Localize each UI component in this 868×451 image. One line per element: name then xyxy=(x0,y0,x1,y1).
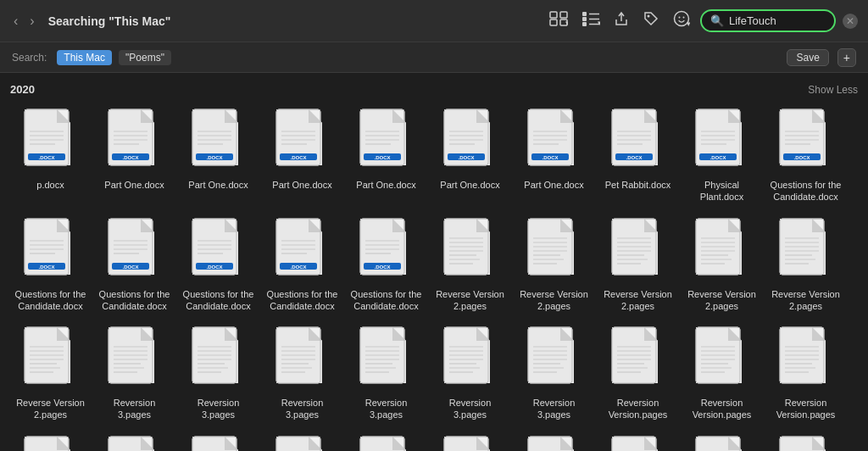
list-item[interactable]: Reversion Version.pages xyxy=(94,430,175,451)
file-name-label: Questions for the Candidate.docx xyxy=(769,179,843,203)
list-item[interactable]: Reverse Version 2.pages xyxy=(514,212,594,318)
window-title: Searching "This Mac" xyxy=(48,14,549,28)
list-item[interactable]: .DOCX Part One.docx xyxy=(430,103,510,209)
list-item[interactable]: Reversion 3.pages xyxy=(262,320,342,426)
list-item[interactable]: Reversion 3.pages xyxy=(94,320,175,426)
docx-file-icon: .DOCX xyxy=(441,108,500,175)
svg-text:.DOCX: .DOCX xyxy=(290,264,306,270)
titlebar: ‹ › Searching "This Mac" ▾ ▾ xyxy=(0,0,868,42)
svg-point-13 xyxy=(648,15,650,18)
svg-text:.DOCX: .DOCX xyxy=(374,264,390,270)
svg-rect-1 xyxy=(560,12,567,18)
add-filter-button[interactable]: + xyxy=(837,48,856,67)
docx-file-icon: .DOCX xyxy=(693,435,752,451)
list-item[interactable]: Reverse Version 2.pages xyxy=(430,212,510,318)
list-item[interactable]: .DOCX Physical Plant.docx xyxy=(682,103,762,209)
pages-file-icon xyxy=(189,435,248,451)
svg-text:.DOCX: .DOCX xyxy=(122,264,138,270)
list-item[interactable]: Reverse Version 2.pages xyxy=(598,212,678,318)
list-item[interactable]: .DOCX Some THings to Eat (1).docx xyxy=(765,430,846,451)
pages-file-icon xyxy=(21,326,81,393)
list-item[interactable]: Reversion 3.pages xyxy=(178,320,259,426)
list-item[interactable]: .DOCX Shame.docx xyxy=(598,430,678,451)
file-name-label: Reverse Version 2.pages xyxy=(517,288,591,313)
search-box[interactable]: 🔍 xyxy=(700,9,836,32)
list-item[interactable]: .DOCX Shame.docx xyxy=(514,430,594,451)
list-item[interactable]: .DOCX Shame.docx xyxy=(430,430,510,451)
file-name-label: Reverse Version 2.pages xyxy=(601,288,675,313)
file-name-label: Reversion 3.pages xyxy=(349,397,423,421)
list-item[interactable]: Reverse Version 2.pages xyxy=(765,212,846,318)
file-name-label: Reversion Version.pages xyxy=(685,397,759,421)
list-item[interactable]: Reverse Version 2.pages xyxy=(682,212,762,318)
save-button[interactable]: Save xyxy=(787,49,828,66)
list-item[interactable]: .DOCX Part One.docx xyxy=(514,103,594,209)
view-list-icon[interactable]: ▾ xyxy=(581,11,600,31)
pages-file-icon xyxy=(105,435,164,451)
show-less-button[interactable]: Show Less xyxy=(808,84,858,96)
file-name-label: Reversion 3.pages xyxy=(265,397,339,421)
svg-text:.DOCX: .DOCX xyxy=(709,155,726,160)
list-item[interactable]: .DOCX Shame.docx xyxy=(682,430,762,451)
svg-text:.DOCX: .DOCX xyxy=(626,155,642,160)
list-item[interactable]: Reversion Version.pages xyxy=(765,320,846,426)
close-search-button[interactable]: ✕ xyxy=(843,14,858,29)
emoji-icon[interactable]: ▾ xyxy=(673,10,690,31)
list-item[interactable]: Reversion 3.pages xyxy=(430,320,510,426)
list-item[interactable]: Reversion Version.pages xyxy=(682,320,762,426)
list-item[interactable]: .DOCX Part One.docx xyxy=(346,103,426,209)
file-name-label: Part One.docx xyxy=(104,179,164,191)
list-item[interactable]: Reversion 3.pages xyxy=(514,320,594,426)
list-item[interactable]: .DOCX Questions for the Candidate.docx xyxy=(765,103,846,209)
list-item[interactable]: .DOCX Questions for the Candidate.docx xyxy=(10,212,91,318)
search-input[interactable] xyxy=(729,14,826,27)
file-name-label: Questions for the Candidate.docx xyxy=(349,288,423,313)
search-filter-bar: Search: This Mac "Poems" Save + xyxy=(0,42,868,73)
svg-text:.DOCX: .DOCX xyxy=(290,155,306,160)
svg-text:.DOCX: .DOCX xyxy=(38,155,54,160)
pages-file-icon xyxy=(357,326,416,393)
list-item[interactable]: Reversion Version.pages xyxy=(598,320,678,426)
svg-text:▾: ▾ xyxy=(565,19,568,26)
svg-rect-7 xyxy=(582,22,587,26)
list-item[interactable]: .DOCX Pet Rabbit.docx xyxy=(598,103,678,209)
svg-text:▾: ▾ xyxy=(598,19,600,26)
pages-file-icon xyxy=(693,217,752,285)
list-item[interactable]: Reverse Version 2.pages xyxy=(10,320,91,426)
list-item[interactable]: .DOCX Part One.docx xyxy=(262,103,342,209)
search-icon: 🔍 xyxy=(710,14,724,27)
list-item[interactable]: .DOCX Shame.docx xyxy=(346,430,426,451)
docx-file-icon: .DOCX xyxy=(357,435,416,451)
file-name-label: Physical Plant.docx xyxy=(685,179,759,203)
docx-file-icon: .DOCX xyxy=(189,217,248,285)
list-item[interactable]: .DOCX Part One.docx xyxy=(94,103,175,209)
view-grid-icon[interactable]: ▾ xyxy=(549,11,568,31)
list-item[interactable]: .DOCX Part One.docx xyxy=(178,103,259,209)
file-name-label: Reversion 3.pages xyxy=(433,397,507,421)
forward-button[interactable]: › xyxy=(26,12,37,31)
back-button[interactable]: ‹ xyxy=(10,12,21,31)
svg-point-15 xyxy=(679,17,681,19)
docx-file-icon: .DOCX xyxy=(776,435,836,451)
list-item[interactable]: Reversion Version.pages xyxy=(178,430,259,451)
section-year: 2020 xyxy=(10,83,35,96)
docx-file-icon: .DOCX xyxy=(273,108,332,175)
svg-text:.DOCX: .DOCX xyxy=(793,155,810,160)
list-item[interactable]: .DOCX Questions for the Candidate.docx xyxy=(178,212,259,318)
list-item[interactable]: Reversion Version.pages xyxy=(10,430,91,451)
search-label: Search: xyxy=(12,52,47,64)
share-icon[interactable] xyxy=(614,10,629,31)
pages-file-icon xyxy=(525,326,584,393)
search-tag-this-mac[interactable]: This Mac xyxy=(57,50,112,65)
search-tag-poems[interactable]: "Poems" xyxy=(119,50,171,65)
list-item[interactable]: .DOCX Questions for the Candidate.docx xyxy=(94,212,175,318)
list-item[interactable]: .DOCX Shame.docx xyxy=(262,430,342,451)
list-item[interactable]: .DOCX Questions for the Candidate.docx xyxy=(346,212,426,318)
list-item[interactable]: .DOCX p.docx xyxy=(10,103,91,209)
file-name-label: Reverse Version 2.pages xyxy=(769,288,843,313)
file-name-label: Reversion Version.pages xyxy=(769,397,843,421)
docx-file-icon: .DOCX xyxy=(525,435,584,451)
list-item[interactable]: Reversion 3.pages xyxy=(346,320,426,426)
list-item[interactable]: .DOCX Questions for the Candidate.docx xyxy=(262,212,342,318)
tag-icon[interactable] xyxy=(643,10,659,31)
